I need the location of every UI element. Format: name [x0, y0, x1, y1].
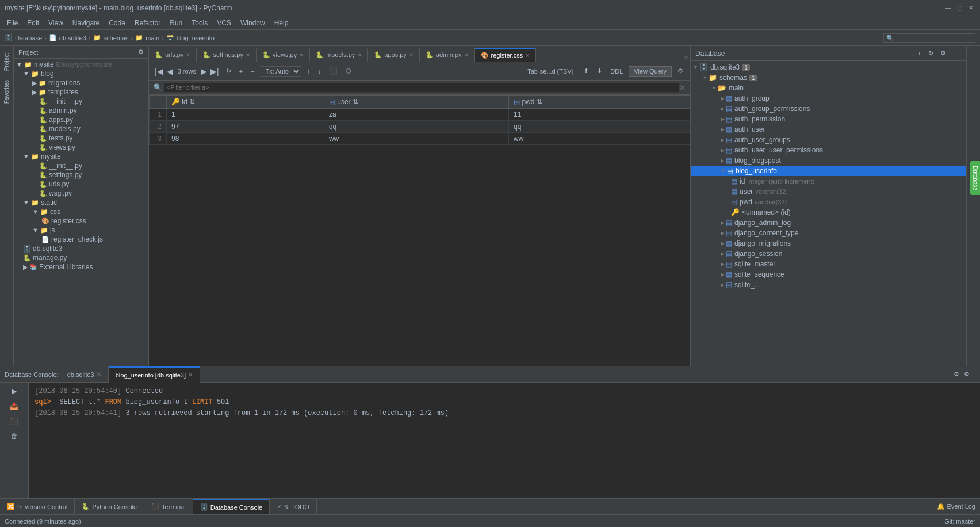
ddl-button[interactable]: DDL [608, 67, 625, 76]
close-tab-icon[interactable]: ✕ [246, 52, 250, 58]
tab-apps-py[interactable]: 🐍 apps.py ✕ [368, 48, 420, 62]
menu-help[interactable]: Help [270, 18, 293, 28]
maximize-button[interactable]: ▢ [955, 3, 964, 13]
console-clear-button[interactable]: 🗑 [6, 430, 22, 442]
tab-database-console[interactable]: 🗄️ Database Console [193, 499, 270, 515]
menu-navigate[interactable]: Navigate [68, 18, 104, 28]
tree-file-manage[interactable]: 🐍 manage.py [14, 253, 148, 262]
tree-folder-js[interactable]: ▼ 📁 js [14, 226, 148, 235]
tree-file-db-sqlite3[interactable]: 🗄️ db.sqlite3 [14, 244, 148, 253]
db-tree-django-content-type[interactable]: ▶ ▤ django_content_type [691, 228, 966, 238]
tree-file-views[interactable]: 🐍 views.py [14, 143, 148, 152]
commit-button[interactable]: ↑ [305, 67, 313, 76]
cell-user[interactable]: za [324, 109, 508, 121]
console-config-button[interactable]: ⚙ [962, 369, 972, 379]
db-add-button[interactable]: + [916, 48, 924, 58]
tab-settings-py[interactable]: 🐍 settings.py ✕ [197, 48, 257, 62]
tab-version-control[interactable]: 🔀 9: Version Control [0, 499, 75, 515]
breadcrumb-db-sqlite3[interactable]: db.sqlite3 [59, 35, 86, 41]
tree-folder-external-libs[interactable]: ▶ 📚 External Libraries [14, 262, 148, 272]
col-header-user[interactable]: ▤ user ⇅ [324, 96, 508, 109]
console-export-button[interactable]: 📤 [6, 400, 22, 413]
db-tree-auth-group[interactable]: ▶ ▤ auth_group [691, 93, 966, 104]
event-log-button[interactable]: 🔔 Event Log [932, 503, 980, 510]
breadcrumb-database[interactable]: Database [15, 35, 42, 41]
table-row[interactable]: 1 1 za 11 [150, 109, 690, 121]
refresh-button[interactable]: ↻ [224, 66, 233, 76]
close-tab-icon[interactable]: ✕ [409, 52, 414, 58]
breadcrumb-main[interactable]: main [146, 35, 159, 41]
db-tree-auth-user-groups[interactable]: ▶ ▤ auth_user_groups [691, 135, 966, 145]
tree-folder-migrations[interactable]: ▶ 📁 migrations [14, 78, 148, 87]
db-refresh-button[interactable]: ↻ [926, 48, 936, 58]
db-tree-col-pwd[interactable]: ▤ pwd varchar(32) [691, 197, 966, 207]
favorites-tab[interactable]: Favorites [2, 75, 11, 108]
col-header-pwd[interactable]: ▤ pwd ⇅ [509, 96, 690, 109]
tree-folder-static[interactable]: ▼ 📁 static [14, 198, 148, 207]
breadcrumb-blog-userinfo[interactable]: blog_userinfo [177, 35, 215, 41]
menu-refactor[interactable]: Refactor [130, 18, 165, 28]
tab-register-css[interactable]: 🎨 register.css ✕ [475, 48, 537, 62]
tab-models-py[interactable]: 🐍 models.py ✕ [310, 48, 368, 62]
cell-id[interactable]: 1 [167, 109, 324, 121]
breadcrumb-schemas[interactable]: schemas [104, 35, 129, 41]
tree-folder-mysite[interactable]: ▼ 📁 mysite [14, 152, 148, 161]
close-tab-icon[interactable]: ✕ [188, 372, 193, 378]
cell-user[interactable]: qq [324, 121, 508, 133]
stop-button[interactable]: ⬛ [327, 66, 340, 76]
db-more-button[interactable]: ⋮ [951, 48, 962, 58]
db-tree-django-session[interactable]: ▶ ▤ django_session [691, 249, 966, 259]
db-settings-icon[interactable]: ⚙ [938, 48, 948, 58]
export-button[interactable]: ⬡ [343, 66, 354, 76]
tab-python-console[interactable]: 🐍 Python Console [75, 499, 144, 515]
db-tree-col-unnamed[interactable]: 🔑 <unnamed> (id) [691, 207, 966, 217]
close-tab-icon[interactable]: ✕ [525, 52, 530, 59]
tree-root-mysite[interactable]: ▼ 📁 mysite E:\kusy\python\mysite [14, 60, 148, 69]
settings-button[interactable]: ⚙ [675, 66, 686, 76]
menu-view[interactable]: View [44, 18, 68, 28]
tree-file-urls[interactable]: 🐍 urls.py [14, 180, 148, 189]
rollback-button[interactable]: ↓ [316, 67, 324, 76]
tab-views-py[interactable]: 🐍 views.py ✕ [257, 48, 310, 62]
nav-prev-button[interactable]: ◀ [166, 67, 174, 76]
menu-run[interactable]: Run [165, 18, 187, 28]
close-tab-icon[interactable]: ✕ [299, 52, 304, 58]
table-row[interactable]: 3 98 ww ww [150, 133, 690, 145]
console-settings-button[interactable]: ⚙ [951, 369, 962, 379]
tab-overflow[interactable]: ≡ [682, 54, 690, 62]
db-tree-django-admin-log[interactable]: ▶ ▤ django_admin_log [691, 217, 966, 228]
db-tree-sqlite-master[interactable]: ▶ ▤ sqlite_master [691, 259, 966, 269]
database-tab-right[interactable]: Database [970, 161, 980, 195]
tab-admin-py[interactable]: 🐍 admin.py ✕ [420, 48, 475, 62]
table-row[interactable]: 2 97 qq qq [150, 121, 690, 133]
db-tree-blog-blogspost[interactable]: ▶ ▤ blog_blogspost [691, 155, 966, 166]
tree-folder-blog[interactable]: ▼ 📁 blog [14, 69, 148, 78]
filter-input[interactable] [164, 83, 679, 92]
cell-user[interactable]: ww [324, 133, 508, 145]
tx-select[interactable]: Tx: Auto [261, 66, 301, 77]
project-settings-icon[interactable]: ⚙ [138, 48, 144, 56]
console-stop-button[interactable]: ⬛ [6, 415, 22, 427]
tree-file-init-mysite[interactable]: 🐍 __init__.py [14, 161, 148, 170]
tab-urls-py[interactable]: 🐍 urls.py ✕ [149, 48, 197, 62]
db-tree-auth-group-permissions[interactable]: ▶ ▤ auth_group_permissions [691, 104, 966, 114]
filter-close-button[interactable]: ✕ [679, 83, 686, 92]
tab-terminal[interactable]: ⬛ Terminal [144, 499, 193, 515]
delete-row-button[interactable]: − [248, 67, 257, 76]
tree-file-register-css[interactable]: 🎨 register.css [14, 216, 148, 226]
db-tree-col-id[interactable]: ▤ id integer (auto increment) [691, 176, 966, 186]
menu-tools[interactable]: Tools [187, 18, 212, 28]
minimize-button[interactable]: — [943, 3, 952, 13]
cell-id[interactable]: 98 [167, 133, 324, 145]
tree-file-init-blog[interactable]: 🐍 __init__.py [14, 97, 148, 106]
console-minimize-button[interactable]: − [972, 370, 980, 379]
download-button[interactable]: ⬇ [595, 66, 604, 76]
add-row-button[interactable]: + [237, 67, 245, 76]
tree-file-wsgi[interactable]: 🐍 wsgi.py [14, 189, 148, 198]
close-tab-icon[interactable]: ✕ [464, 52, 469, 58]
project-tab[interactable]: Project [2, 48, 11, 75]
db-table-area[interactable]: 🔑 id ⇅ ▤ user ⇅ ▤ pwd [149, 95, 690, 366]
cell-pwd[interactable]: qq [509, 121, 690, 133]
db-tree-sqlite-sequence[interactable]: ▶ ▤ sqlite_sequence [691, 269, 966, 280]
nav-next-button[interactable]: ▶ [200, 67, 208, 76]
